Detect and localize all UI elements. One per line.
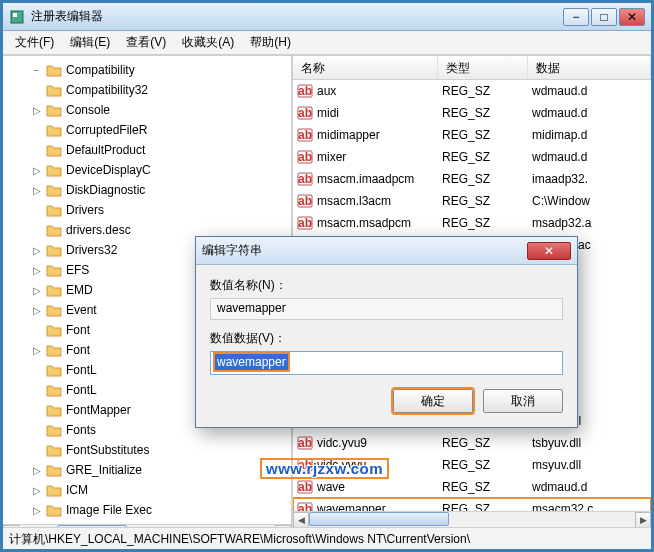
list-row[interactable]: abmidiREG_SZwdmaud.d <box>293 102 651 124</box>
tree-hscrollbar[interactable]: ◀ ▶ <box>3 524 291 527</box>
tree-expander-icon[interactable]: ▷ <box>31 105 42 116</box>
list-data: C:\Window <box>532 194 651 208</box>
tree-item[interactable]: CorruptedFileR <box>3 120 291 140</box>
svg-text:ab: ab <box>298 150 312 164</box>
tree-expander-icon[interactable] <box>31 325 42 336</box>
menu-edit[interactable]: 编辑(E) <box>62 32 118 53</box>
tree-expander-icon[interactable] <box>31 445 42 456</box>
tree-expander-icon[interactable]: − <box>31 65 42 76</box>
tree-expander-icon[interactable]: ▷ <box>31 465 42 476</box>
folder-icon <box>46 443 62 457</box>
scroll-thumb[interactable] <box>309 512 449 526</box>
tree-item[interactable]: ▷Console <box>3 100 291 120</box>
col-data[interactable]: 数据 <box>528 56 651 79</box>
tree-item-label: DefaultProduct <box>66 143 145 157</box>
folder-icon <box>46 503 62 517</box>
folder-icon <box>46 103 62 117</box>
list-row[interactable]: abmidimapperREG_SZmidimap.d <box>293 124 651 146</box>
tree-expander-icon[interactable] <box>31 385 42 396</box>
tree-expander-icon[interactable] <box>31 125 42 136</box>
folder-icon <box>46 203 62 217</box>
tree-expander-icon[interactable]: ▷ <box>31 345 42 356</box>
folder-icon <box>46 483 62 497</box>
scroll-right-button[interactable]: ▶ <box>275 525 291 528</box>
menu-favorites[interactable]: 收藏夹(A) <box>174 32 242 53</box>
tree-item[interactable]: Compatibility32 <box>3 80 291 100</box>
value-data-field[interactable]: wavemapper <box>210 351 563 375</box>
scroll-track[interactable] <box>19 525 275 528</box>
tree-expander-icon[interactable] <box>31 205 42 216</box>
dialog-titlebar[interactable]: 编辑字符串 ✕ <box>196 237 577 265</box>
dialog-close-button[interactable]: ✕ <box>527 242 571 260</box>
tree-expander-icon[interactable]: ▷ <box>31 185 42 196</box>
tree-expander-icon[interactable] <box>31 145 42 156</box>
string-value-icon: ab <box>297 127 313 143</box>
scroll-right-button[interactable]: ▶ <box>635 512 651 528</box>
list-row[interactable]: abmixerREG_SZwdmaud.d <box>293 146 651 168</box>
list-data: wdmaud.d <box>532 480 651 494</box>
minimize-button[interactable]: − <box>563 8 589 26</box>
close-button[interactable]: ✕ <box>619 8 645 26</box>
tree-item-label: Font <box>66 343 90 357</box>
svg-text:ab: ab <box>298 172 312 186</box>
list-type: REG_SZ <box>442 502 532 511</box>
list-row[interactable]: abmsacm.msadpcmREG_SZmsadp32.a <box>293 212 651 234</box>
tree-expander-icon[interactable]: ▷ <box>31 505 42 516</box>
list-hscrollbar[interactable]: ◀ ▶ <box>293 511 651 527</box>
tree-item[interactable]: ▷DeviceDisplayC <box>3 160 291 180</box>
string-value-icon: ab <box>297 215 313 231</box>
cancel-button[interactable]: 取消 <box>483 389 563 413</box>
app-icon <box>9 9 25 25</box>
col-type[interactable]: 类型 <box>438 56 528 79</box>
menu-view[interactable]: 查看(V) <box>118 32 174 53</box>
scroll-left-button[interactable]: ◀ <box>293 512 309 528</box>
folder-icon <box>46 163 62 177</box>
folder-icon <box>46 243 62 257</box>
menu-help[interactable]: 帮助(H) <box>242 32 299 53</box>
svg-text:ab: ab <box>298 502 312 511</box>
dialog-title: 编辑字符串 <box>202 242 527 259</box>
list-name: wave <box>317 480 442 494</box>
list-row[interactable]: abmsacm.imaadpcmREG_SZimaadp32. <box>293 168 651 190</box>
tree-expander-icon[interactable]: ▷ <box>31 305 42 316</box>
col-name[interactable]: 名称 <box>293 56 438 79</box>
list-data: wdmaud.d <box>532 84 651 98</box>
tree-expander-icon[interactable]: ▷ <box>31 285 42 296</box>
tree-item[interactable]: ▷GRE_Initialize <box>3 460 291 480</box>
tree-item[interactable]: ▷ICM <box>3 480 291 500</box>
maximize-button[interactable]: □ <box>591 8 617 26</box>
list-row[interactable]: abauxREG_SZwdmaud.d <box>293 80 651 102</box>
tree-expander-icon[interactable]: ▷ <box>31 485 42 496</box>
scroll-left-button[interactable]: ◀ <box>3 525 19 528</box>
tree-expander-icon[interactable] <box>31 425 42 436</box>
tree-item[interactable]: ▷DiskDiagnostic <box>3 180 291 200</box>
scroll-thumb[interactable] <box>57 525 127 528</box>
scroll-track[interactable] <box>309 512 635 528</box>
tree-item[interactable]: −Compatibility <box>3 60 291 80</box>
tree-expander-icon[interactable] <box>31 225 42 236</box>
list-name: midimapper <box>317 128 442 142</box>
tree-item[interactable]: FontSubstitutes <box>3 440 291 460</box>
list-row[interactable]: abwaveREG_SZwdmaud.d <box>293 476 651 498</box>
menu-file[interactable]: 文件(F) <box>7 32 62 53</box>
svg-text:ab: ab <box>298 216 312 230</box>
folder-icon <box>46 423 62 437</box>
svg-text:ab: ab <box>298 480 312 494</box>
tree-item[interactable]: Drivers <box>3 200 291 220</box>
tree-item[interactable]: DefaultProduct <box>3 140 291 160</box>
folder-icon <box>46 343 62 357</box>
tree-expander-icon[interactable]: ▷ <box>31 165 42 176</box>
ok-button[interactable]: 确定 <box>393 389 473 413</box>
tree-expander-icon[interactable]: ▷ <box>31 245 42 256</box>
tree-expander-icon[interactable] <box>31 85 42 96</box>
tree-expander-icon[interactable] <box>31 405 42 416</box>
list-row[interactable]: abwavemapperREG_SZmsacm32.c <box>293 498 651 511</box>
svg-text:ab: ab <box>298 128 312 142</box>
tree-expander-icon[interactable] <box>31 365 42 376</box>
tree-item[interactable]: ▷Image File Exec <box>3 500 291 520</box>
titlebar[interactable]: 注册表编辑器 − □ ✕ <box>3 3 651 31</box>
list-row[interactable]: abmsacm.l3acmREG_SZC:\Window <box>293 190 651 212</box>
tree-expander-icon[interactable]: ▷ <box>31 265 42 276</box>
tree-item-label: Compatibility <box>66 63 135 77</box>
list-row[interactable]: abvidc.yvu9REG_SZtsbyuv.dll <box>293 432 651 454</box>
